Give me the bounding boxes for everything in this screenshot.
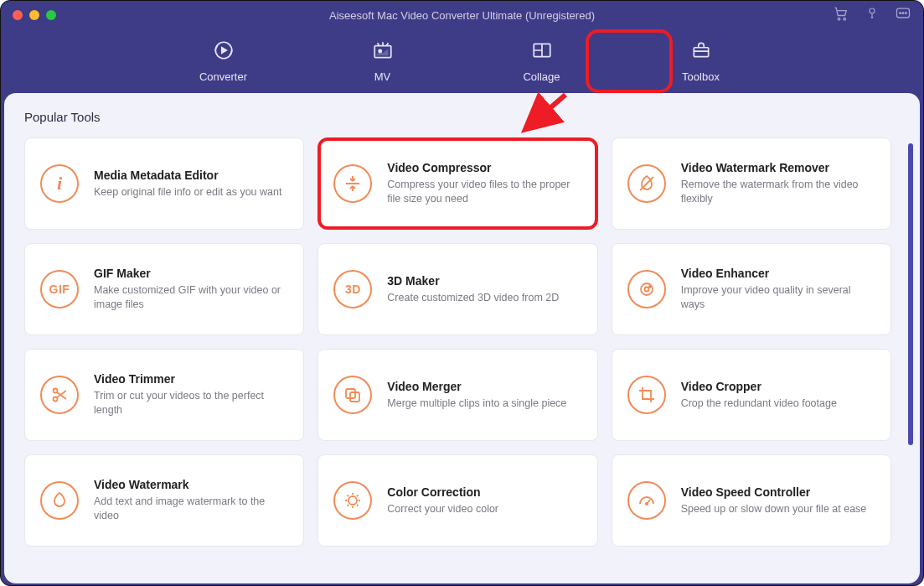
app-title: Aiseesoft Mac Video Converter Ultimate (…	[1, 9, 923, 22]
svg-point-17	[644, 288, 648, 292]
converter-icon	[213, 39, 235, 64]
tool-color-correction[interactable]: Color Correction Correct your video colo…	[317, 454, 597, 547]
card-desc: Add text and image watermark to the vide…	[94, 495, 288, 523]
card-desc: Improve your video quality in several wa…	[681, 283, 875, 312]
card-body: Video Speed Controller Speed up or slow …	[681, 485, 867, 516]
watermark-icon	[40, 481, 79, 520]
card-title: Video Speed Controller	[681, 485, 867, 499]
svg-rect-12	[694, 48, 708, 57]
tool-video-watermark[interactable]: Video Watermark Add text and image water…	[24, 454, 304, 547]
nav-toolbox[interactable]: Toolbox	[668, 39, 735, 83]
card-desc: Make customized GIF with your video or i…	[94, 283, 288, 312]
window-controls	[13, 10, 56, 20]
nav-label: Collage	[523, 70, 560, 83]
nav-mv[interactable]: MV	[349, 39, 416, 83]
card-body: Video Watermark Add text and image water…	[94, 478, 288, 523]
svg-point-16	[641, 283, 653, 295]
card-title: Color Correction	[387, 485, 498, 499]
tool-gif-maker[interactable]: GIF GIF Maker Make customized GIF with y…	[24, 243, 304, 335]
app-window: Aiseesoft Mac Video Converter Ultimate (…	[0, 0, 924, 586]
crop-icon	[627, 376, 666, 414]
gif-icon: GIF	[40, 270, 79, 309]
card-desc: Crop the redundant video footage	[681, 397, 837, 411]
card-desc: Compress your video files to the proper …	[387, 178, 581, 206]
card-title: Video Watermark	[94, 478, 288, 491]
card-body: Color Correction Correct your video colo…	[387, 485, 498, 516]
nav-collage[interactable]: Collage	[508, 39, 576, 83]
card-desc: Create customized 3D video from 2D	[387, 291, 559, 305]
tool-3d-maker[interactable]: 3D 3D Maker Create customized 3D video f…	[317, 243, 597, 335]
card-desc: Speed up or slow down your file at ease	[681, 502, 867, 516]
svg-point-0	[838, 18, 840, 19]
tool-video-cropper[interactable]: Video Cropper Crop the redundant video f…	[612, 349, 891, 441]
tool-video-merger[interactable]: Video Merger Merge multiple clips into a…	[317, 349, 597, 441]
title-actions	[833, 5, 911, 25]
toolbox-icon	[690, 39, 712, 64]
card-title: Video Cropper	[681, 380, 837, 393]
nav-label: MV	[374, 70, 391, 83]
scrollbar[interactable]	[908, 143, 913, 568]
card-desc: Remove the watermark from the video flex…	[681, 178, 875, 206]
close-window-button[interactable]	[13, 10, 23, 20]
3d-icon: 3D	[333, 270, 372, 309]
svg-point-6	[906, 13, 907, 14]
annotation-nav-highlight	[586, 29, 673, 93]
card-body: Video Trimmer Trim or cut your videos to…	[94, 372, 288, 417]
card-body: Media Metadata Editor Keep original file…	[94, 169, 281, 200]
compress-icon	[333, 164, 372, 203]
scissors-icon	[40, 376, 79, 414]
title-bar: Aiseesoft Mac Video Converter Ultimate (…	[1, 1, 923, 29]
nav-label: Toolbox	[682, 70, 720, 83]
card-body: Video Compressor Compress your video fil…	[387, 161, 581, 206]
tool-video-enhancer[interactable]: Video Enhancer Improve your video qualit…	[612, 243, 891, 335]
card-desc: Merge multiple clips into a single piece	[387, 397, 566, 411]
card-title: Video Merger	[387, 380, 566, 393]
content-panel: Popular Tools i Media Metadata Editor Ke…	[4, 93, 920, 583]
card-title: Video Compressor	[387, 161, 581, 174]
card-body: Video Merger Merge multiple clips into a…	[387, 380, 566, 411]
svg-point-19	[54, 389, 58, 393]
svg-marker-8	[221, 48, 225, 54]
card-title: Video Trimmer	[94, 372, 288, 386]
tool-video-speed-controller[interactable]: Video Speed Controller Speed up or slow …	[612, 454, 891, 547]
card-desc: Keep original file info or edit as you w…	[94, 185, 281, 200]
info-icon: i	[40, 164, 79, 203]
card-title: 3D Maker	[387, 274, 559, 288]
color-icon	[333, 481, 372, 520]
svg-rect-9	[374, 46, 391, 58]
tool-video-watermark-remover[interactable]: Video Watermark Remover Remove the water…	[612, 137, 891, 230]
minimize-window-button[interactable]	[29, 10, 39, 20]
card-title: GIF Maker	[94, 267, 288, 280]
card-body: Video Watermark Remover Remove the water…	[681, 161, 875, 206]
card-desc: Trim or cut your videos to the perfect l…	[94, 389, 288, 417]
tool-video-compressor[interactable]: Video Compressor Compress your video fil…	[317, 137, 597, 230]
svg-point-20	[54, 397, 58, 402]
card-desc: Correct your video color	[387, 502, 498, 516]
mv-icon	[372, 39, 394, 64]
nav-converter[interactable]: Converter	[190, 39, 257, 83]
key-icon[interactable]	[865, 6, 880, 24]
svg-point-1	[844, 18, 846, 19]
svg-point-4	[900, 13, 901, 14]
feedback-icon[interactable]	[895, 5, 911, 25]
scrollbar-thumb[interactable]	[908, 143, 913, 445]
top-nav: Converter MV Collage Toolbox	[1, 29, 923, 93]
tool-video-trimmer[interactable]: Video Trimmer Trim or cut your videos to…	[24, 349, 304, 441]
card-title: Media Metadata Editor	[94, 169, 281, 182]
maximize-window-button[interactable]	[46, 10, 56, 20]
cart-icon[interactable]	[833, 5, 849, 25]
card-title: Video Watermark Remover	[681, 161, 875, 174]
enhancer-icon	[627, 270, 666, 309]
svg-point-5	[902, 13, 904, 14]
speed-icon	[627, 481, 666, 520]
nav-label: Converter	[199, 70, 247, 83]
card-body: GIF Maker Make customized GIF with your …	[94, 267, 288, 312]
card-body: 3D Maker Create customized 3D video from…	[387, 274, 559, 305]
merger-icon	[333, 376, 372, 414]
tools-grid: i Media Metadata Editor Keep original fi…	[24, 137, 900, 547]
tool-media-metadata-editor[interactable]: i Media Metadata Editor Keep original fi…	[24, 137, 304, 230]
collage-icon	[531, 39, 553, 64]
svg-point-2	[870, 8, 875, 13]
card-body: Video Enhancer Improve your video qualit…	[681, 267, 875, 312]
section-title: Popular Tools	[24, 110, 900, 124]
